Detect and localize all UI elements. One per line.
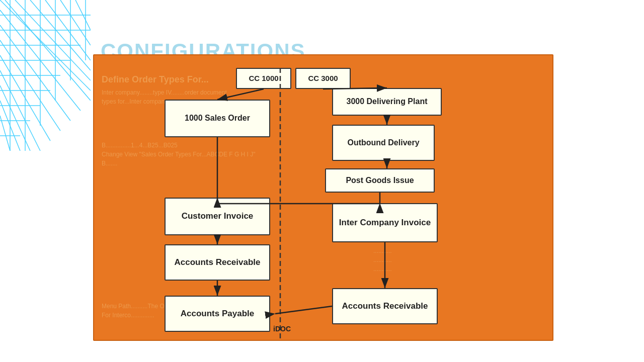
svg-line-1 [0,10,80,111]
svg-line-5 [0,70,40,151]
svg-line-13 [60,0,91,45]
bg-section-title: Define Order Types For... [102,73,209,86]
svg-line-7 [0,101,20,151]
svg-line-2 [0,25,70,121]
accounts-receivable-right-box: Accounts Receivable [332,288,438,324]
bg-text-4: ........... ........... ........... [373,246,392,274]
svg-line-11 [30,0,91,70]
inter-company-invoice-box: Inter Company Invoice [332,203,438,242]
customer-invoice-box: Customer Invoice [165,198,270,235]
svg-line-10 [15,0,91,80]
cc3000-box: CC 3000 [295,68,351,89]
main-container: Define Order Types For... Inter company.… [93,54,553,341]
accounts-receivable-left-box: Accounts Receivable [165,244,270,281]
svg-line-0 [5,0,91,101]
cc1000-box: CC 1000 [236,68,291,89]
svg-line-9 [0,0,91,90]
outbound-delivery-box: Outbound Delivery [332,125,435,161]
svg-line-8 [0,116,10,151]
svg-line-14 [75,0,91,30]
flow-arrows [94,55,552,340]
svg-line-12 [45,0,91,60]
svg-line-6 [0,85,30,151]
bg-text-2: B...............1...4...B25...B025 Chang… [102,141,256,168]
sales-order-box: 1000 Sales Order [165,100,270,137]
delivering-plant-box: 3000 Delivering Plant [332,88,442,116]
svg-line-4 [0,55,50,141]
svg-line-3 [0,40,60,131]
svg-line-44 [275,306,332,314]
svg-line-33 [217,89,264,100]
accounts-payable-box: Accounts Payable [165,296,270,332]
idoc-label: iDOC [273,325,291,333]
post-goods-issue-box: Post Goods Issue [325,168,435,193]
